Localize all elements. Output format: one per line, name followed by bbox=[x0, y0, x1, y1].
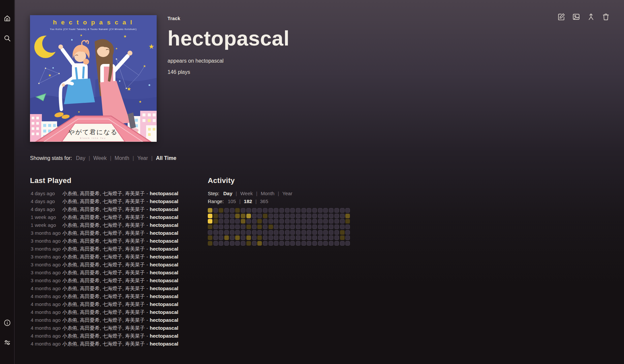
trash-icon[interactable] bbox=[602, 13, 610, 21]
scrobble-artists-link[interactable]: 小糸侑, 高田憂希, 七海燈子, 寿美菜子 bbox=[62, 221, 145, 229]
heatmap-cell bbox=[246, 241, 251, 246]
stats-filter-option-day[interactable]: Day bbox=[76, 155, 85, 161]
heatmap-cell bbox=[208, 219, 212, 224]
scrobble-track-link[interactable]: hectopascal bbox=[150, 332, 178, 340]
scrobble-artists-link[interactable]: 小糸侑, 高田憂希, 七海燈子, 寿美菜子 bbox=[62, 300, 145, 308]
scrobble-track-link[interactable]: hectopascal bbox=[150, 229, 178, 237]
scrobble-track-link[interactable]: hectopascal bbox=[150, 300, 178, 308]
range-option-105[interactable]: 105 bbox=[228, 197, 236, 205]
scrobble-track-link[interactable]: hectopascal bbox=[150, 308, 178, 316]
separator: | bbox=[110, 155, 111, 161]
scrobble-track-link[interactable]: hectopascal bbox=[150, 324, 178, 332]
heatmap-cell bbox=[252, 214, 257, 218]
merge-icon[interactable] bbox=[587, 13, 595, 21]
separator: | bbox=[256, 190, 258, 197]
scrobble-track-link[interactable]: hectopascal bbox=[150, 197, 178, 205]
scrobble-track-link[interactable]: hectopascal bbox=[150, 221, 178, 229]
range-option-365[interactable]: 365 bbox=[260, 197, 268, 205]
stats-filter-option-all-time[interactable]: All Time bbox=[156, 155, 176, 161]
heatmap-cell bbox=[334, 219, 339, 224]
heatmap-cell bbox=[279, 219, 284, 224]
scrobble-artists-link[interactable]: 小糸侑, 高田憂希, 七海燈子, 寿美菜子 bbox=[62, 253, 145, 261]
scrobble-artists-link[interactable]: 小糸侑, 高田憂希, 七海燈子, 寿美菜子 bbox=[62, 316, 145, 324]
scrobble-artists-link[interactable]: 小糸侑, 高田憂希, 七海燈子, 寿美菜子 bbox=[62, 292, 145, 300]
step-option-year[interactable]: Year bbox=[282, 190, 292, 197]
scrobble-artists-link[interactable]: 小糸侑, 高田憂希, 七海燈子, 寿美菜子 bbox=[62, 237, 145, 245]
scrobble-artists-link[interactable]: 小糸侑, 高田憂希, 七海燈子, 寿美菜子 bbox=[62, 261, 145, 269]
scrobble-track-link[interactable]: hectopascal bbox=[150, 253, 178, 261]
heatmap-cell bbox=[285, 219, 290, 224]
scrobble-artists-link[interactable]: 小糸侑, 高田憂希, 七海燈子, 寿美菜子 bbox=[62, 332, 145, 340]
scrobble-artists-link[interactable]: 小糸侑, 高田憂希, 七海燈子, 寿美菜子 bbox=[62, 269, 145, 277]
heatmap-cell bbox=[224, 235, 229, 240]
scrobble-track-link[interactable]: hectopascal bbox=[150, 340, 178, 348]
scrobble-track-link[interactable]: hectopascal bbox=[150, 277, 178, 285]
separator: - bbox=[146, 292, 148, 300]
scrobble-track-link[interactable]: hectopascal bbox=[150, 237, 178, 245]
svg-text:★: ★ bbox=[80, 34, 82, 37]
scrobble-artists-link[interactable]: 小糸侑, 高田憂希, 七海燈子, 寿美菜子 bbox=[62, 324, 145, 332]
last-played-row: 3 months ago小糸侑, 高田憂希, 七海燈子, 寿美菜子-hectop… bbox=[30, 253, 208, 261]
album-cover-art: ★ ★ ★ ★ ★ ★ ★ ★ ★ ★ ★ bbox=[30, 15, 157, 142]
stats-filter-label: Showing stats for: bbox=[30, 155, 72, 161]
scrobble-artists-link[interactable]: 小糸侑, 高田憂希, 七海燈子, 寿美菜子 bbox=[62, 245, 145, 253]
heatmap-cell bbox=[334, 208, 339, 213]
activity-heading: Activity bbox=[208, 176, 350, 185]
heatmap-cell bbox=[252, 235, 257, 240]
edit-icon[interactable] bbox=[557, 13, 566, 21]
info-icon[interactable] bbox=[3, 319, 11, 327]
last-played-row: 4 days ago小糸侑, 高田憂希, 七海燈子, 寿美菜子-hectopas… bbox=[30, 190, 208, 197]
heatmap-cell bbox=[208, 235, 212, 240]
stats-filter-option-year[interactable]: Year bbox=[137, 155, 148, 161]
heatmap-cell bbox=[274, 241, 278, 246]
heatmap-cell bbox=[329, 241, 333, 246]
heatmap-cell bbox=[279, 208, 284, 213]
scrobble-track-link[interactable]: hectopascal bbox=[150, 292, 178, 300]
scrobble-artists-link[interactable]: 小糸侑, 高田憂希, 七海燈子, 寿美菜子 bbox=[62, 285, 145, 292]
stats-filter-option-week[interactable]: Week bbox=[93, 155, 107, 161]
scrobble-track-link[interactable]: hectopascal bbox=[150, 269, 178, 277]
heatmap-cell bbox=[301, 235, 306, 240]
scrobble-artists-link[interactable]: 小糸侑, 高田憂希, 七海燈子, 寿美菜子 bbox=[62, 190, 145, 197]
heatmap-cell bbox=[268, 241, 273, 246]
scrobble-track-link[interactable]: hectopascal bbox=[150, 316, 178, 324]
heatmap-cell bbox=[296, 214, 300, 218]
scrobble-artists-link[interactable]: 小糸侑, 高田憂希, 七海燈子, 寿美菜子 bbox=[62, 205, 145, 213]
step-option-week[interactable]: Week bbox=[240, 190, 253, 197]
separator: - bbox=[146, 285, 148, 292]
heatmap-cell bbox=[290, 230, 295, 235]
scrobble-artists-link[interactable]: 小糸侑, 高田憂希, 七海燈子, 寿美菜子 bbox=[62, 229, 145, 237]
step-option-day[interactable]: Day bbox=[223, 190, 233, 197]
scrobble-artists-link[interactable]: 小糸侑, 高田憂希, 七海燈子, 寿美菜子 bbox=[62, 277, 145, 285]
sidebar bbox=[0, 0, 15, 364]
scrobble-track-link[interactable]: hectopascal bbox=[150, 213, 178, 221]
scrobble-track-link[interactable]: hectopascal bbox=[150, 205, 178, 213]
search-icon[interactable] bbox=[3, 34, 11, 42]
scrobble-track-link[interactable]: hectopascal bbox=[150, 261, 178, 269]
heatmap-cell bbox=[312, 208, 317, 213]
scrobble-artists-link[interactable]: 小糸侑, 高田憂希, 七海燈子, 寿美菜子 bbox=[62, 197, 145, 205]
heatmap-cell bbox=[257, 219, 262, 224]
separator: - bbox=[146, 340, 148, 348]
heatmap-cell bbox=[208, 208, 212, 213]
settings-icon[interactable] bbox=[3, 339, 11, 347]
scrobble-artists-link[interactable]: 小糸侑, 高田憂希, 七海燈子, 寿美菜子 bbox=[62, 340, 145, 348]
home-icon[interactable] bbox=[3, 15, 11, 22]
separator: - bbox=[146, 332, 148, 340]
heatmap-cell bbox=[329, 208, 333, 213]
cover-subtitle: Yuu Koito (CV:Yuuki Takada) & Touko Nana… bbox=[50, 28, 137, 31]
scrobble-artists-link[interactable]: 小糸侑, 高田憂希, 七海燈子, 寿美菜子 bbox=[62, 213, 145, 221]
heatmap-cell bbox=[230, 214, 234, 218]
step-option-month[interactable]: Month bbox=[261, 190, 274, 197]
scrobble-track-link[interactable]: hectopascal bbox=[150, 245, 178, 253]
image-icon[interactable] bbox=[572, 13, 580, 21]
range-option-182[interactable]: 182 bbox=[244, 197, 252, 205]
album-link[interactable]: hectopascal bbox=[196, 58, 224, 64]
stats-filter-option-month[interactable]: Month bbox=[115, 155, 129, 161]
separator: - bbox=[146, 245, 148, 253]
heatmap-cell bbox=[318, 225, 323, 229]
scrobble-track-link[interactable]: hectopascal bbox=[150, 285, 178, 292]
separator: | bbox=[133, 155, 134, 161]
scrobble-track-link[interactable]: hectopascal bbox=[150, 190, 178, 197]
scrobble-artists-link[interactable]: 小糸侑, 高田憂希, 七海燈子, 寿美菜子 bbox=[62, 308, 145, 316]
